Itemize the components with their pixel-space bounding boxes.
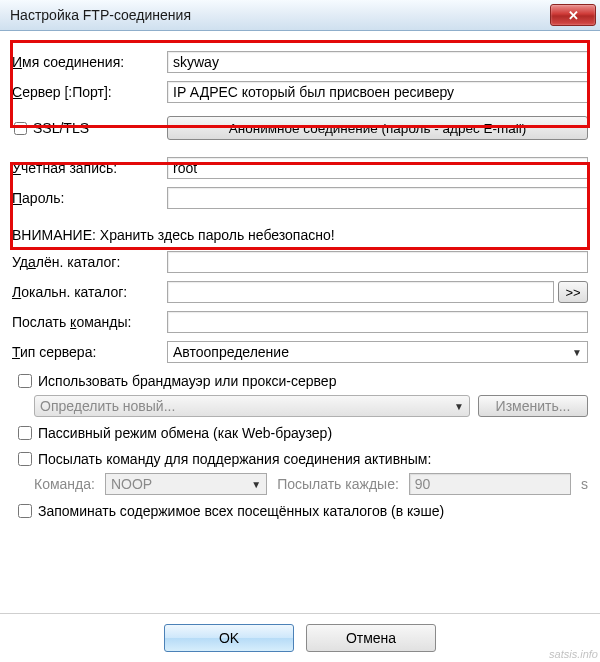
keepalive-cmd-dropdown[interactable]: NOOP ▼	[105, 473, 267, 495]
keepalive-checkbox[interactable]	[18, 452, 32, 466]
label-remote-dir: Удалён. каталог:	[12, 254, 167, 270]
row-ssl-anon: SSL/TLS Анонимное соединение (пароль - а…	[12, 115, 588, 141]
dialog-content: Имя соединения: Сервер [:Порт]: SSL/TLS …	[0, 31, 600, 531]
cache-dirs-checkbox[interactable]	[18, 504, 32, 518]
keepalive-cmd-value: NOOP	[111, 476, 152, 492]
server-type-selected: Автоопределение	[173, 344, 289, 360]
passive-mode-checkbox[interactable]	[18, 426, 32, 440]
row-server-port: Сервер [:Порт]:	[12, 79, 588, 105]
server-type-dropdown[interactable]: Автоопределение ▼	[167, 341, 588, 363]
passive-mode-label: Пассивный режим обмена (как Web-браузер)	[38, 425, 332, 441]
label-connection-name-text: мя соединения:	[22, 54, 124, 70]
row-local-dir: Локальн. каталог: >>	[12, 279, 588, 305]
server-port-input[interactable]	[167, 81, 588, 103]
ftp-settings-window: Настройка FTP-соединения ✕ Имя соединени…	[0, 0, 600, 662]
row-password: Пароль:	[12, 185, 588, 211]
label-local-dir: Локальн. каталог:	[12, 284, 167, 300]
row-server-type: Тип сервера: Автоопределение ▼	[12, 339, 588, 365]
row-remote-dir: Удалён. каталог:	[12, 249, 588, 275]
keepalive-cmd-label: Команда:	[34, 476, 95, 492]
row-use-proxy: Использовать брандмауэр или прокси-серве…	[14, 371, 588, 391]
row-passive-mode: Пассивный режим обмена (как Web-браузер)	[14, 423, 588, 443]
label-server-port: Сервер [:Порт]:	[12, 84, 167, 100]
dialog-button-bar: OK Отмена	[0, 613, 600, 662]
proxy-subblock: Определить новый... ▼ Изменить...	[12, 395, 588, 417]
ssl-tls-checkbox[interactable]	[14, 122, 27, 135]
send-commands-input[interactable]	[167, 311, 588, 333]
use-proxy-label: Использовать брандмауэр или прокси-серве…	[38, 373, 336, 389]
ok-button[interactable]: OK	[164, 624, 294, 652]
close-button[interactable]: ✕	[550, 4, 596, 26]
password-input[interactable]	[167, 187, 588, 209]
ssl-tls-label: SSL/TLS	[33, 120, 89, 136]
connection-name-input[interactable]	[167, 51, 588, 73]
label-connection-name: Имя соединения:	[12, 54, 167, 70]
keepalive-seconds-suffix: s	[581, 476, 588, 492]
keepalive-subrow: Команда: NOOP ▼ Посылать каждые: s	[12, 473, 588, 495]
browse-local-dir-button[interactable]: >>	[558, 281, 588, 303]
label-send-commands: Послать команды:	[12, 314, 167, 330]
row-account: Учётная запись:	[12, 155, 588, 181]
anonymous-connection-button[interactable]: Анонимное соединение (пароль - адрес E-m…	[167, 116, 588, 140]
label-server-type: Тип сервера:	[12, 344, 167, 360]
keepalive-label: Посылать команду для поддержания соедине…	[38, 451, 431, 467]
account-input[interactable]	[167, 157, 588, 179]
cancel-button[interactable]: Отмена	[306, 624, 436, 652]
label-password: Пароль:	[12, 190, 167, 206]
proxy-define-label: Определить новый...	[40, 398, 175, 414]
chevron-down-icon: ▼	[245, 479, 261, 490]
password-warning: ВНИМАНИЕ: Хранить здесь пароль небезопас…	[12, 227, 588, 243]
ssl-tls-block: SSL/TLS	[12, 120, 167, 136]
keepalive-interval-input[interactable]	[409, 473, 571, 495]
keepalive-every-label: Посылать каждые:	[277, 476, 399, 492]
cache-dirs-label: Запоминать содержимое всех посещённых ка…	[38, 503, 444, 519]
remote-dir-input[interactable]	[167, 251, 588, 273]
proxy-change-button[interactable]: Изменить...	[478, 395, 588, 417]
label-account: Учётная запись:	[12, 160, 167, 176]
row-connection-name: Имя соединения:	[12, 49, 588, 75]
row-keepalive: Посылать команду для поддержания соедине…	[14, 449, 588, 469]
chevron-down-icon: ▼	[566, 347, 582, 358]
row-send-commands: Послать команды:	[12, 309, 588, 335]
proxy-define-wrap: Определить новый... ▼	[34, 395, 470, 417]
proxy-change-wrap: Изменить...	[478, 395, 588, 417]
use-proxy-checkbox[interactable]	[18, 374, 32, 388]
row-cache-dirs: Запоминать содержимое всех посещённых ка…	[14, 501, 588, 521]
window-title: Настройка FTP-соединения	[10, 7, 191, 23]
proxy-define-dropdown[interactable]: Определить новый... ▼	[34, 395, 470, 417]
local-dir-input[interactable]	[167, 281, 554, 303]
chevron-down-icon: ▼	[448, 401, 464, 412]
close-icon: ✕	[568, 8, 579, 23]
titlebar: Настройка FTP-соединения ✕	[0, 0, 600, 31]
